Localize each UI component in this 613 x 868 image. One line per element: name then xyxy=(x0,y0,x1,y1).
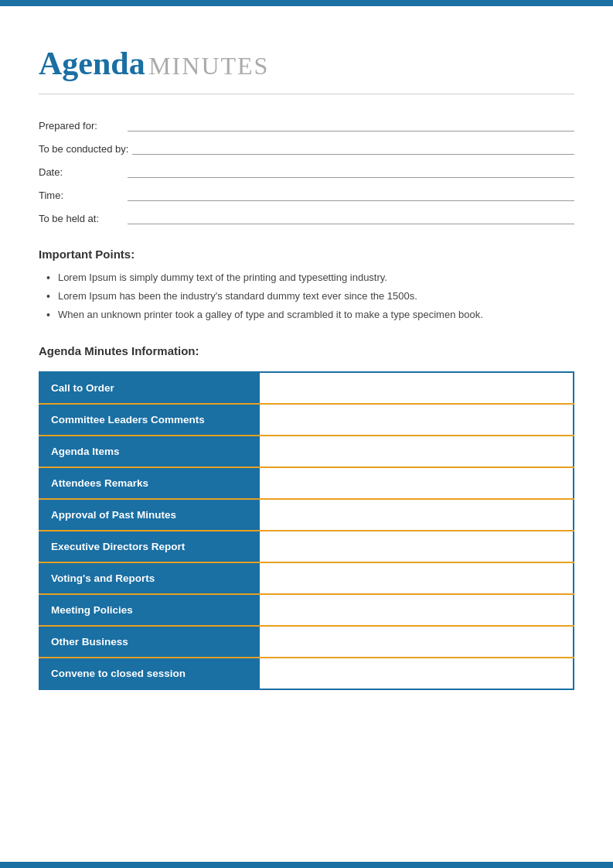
table-row: Other Business xyxy=(39,626,574,658)
agenda-row-label: Attendees Remarks xyxy=(39,467,260,499)
agenda-row-content xyxy=(260,436,574,467)
list-item: Lorem Ipsum is simply dummy text of the … xyxy=(46,272,574,284)
agenda-table: Call to OrderCommittee Leaders CommentsA… xyxy=(39,371,574,690)
table-row: Executive Directors Report xyxy=(39,531,574,562)
agenda-row-label: Approval of Past Minutes xyxy=(39,499,260,531)
list-item: When an unknown printer took a galley of… xyxy=(46,309,574,321)
agenda-row-content xyxy=(260,562,574,594)
title-agenda: Agenda xyxy=(39,46,145,81)
prepared-for-line xyxy=(128,118,574,132)
important-section: Important Points: Lorem Ipsum is simply … xyxy=(39,248,574,321)
agenda-row-content xyxy=(260,531,574,562)
agenda-row-label: Committee Leaders Comments xyxy=(39,404,260,436)
agenda-row-content xyxy=(260,499,574,531)
form-row-conducted: To be conducted by: xyxy=(39,141,574,155)
agenda-row-label: Convene to closed session xyxy=(39,658,260,689)
list-item: Lorem Ipsum has been the industry's stan… xyxy=(46,290,574,302)
table-row: Committee Leaders Comments xyxy=(39,404,574,436)
agenda-row-content xyxy=(260,594,574,626)
agenda-row-content xyxy=(260,626,574,658)
held-at-line xyxy=(128,210,574,224)
title-minutes: MINUTES xyxy=(148,52,269,80)
date-line xyxy=(128,164,574,178)
form-section: Prepared for: To be conducted by: Date: … xyxy=(39,118,574,224)
important-heading: Important Points: xyxy=(39,248,574,261)
top-bar xyxy=(0,0,613,6)
agenda-row-content xyxy=(260,372,574,404)
agenda-row-label: Executive Directors Report xyxy=(39,531,260,562)
form-row-time: Time: xyxy=(39,187,574,201)
table-row: Call to Order xyxy=(39,372,574,404)
agenda-row-content xyxy=(260,404,574,436)
form-row-prepared: Prepared for: xyxy=(39,118,574,132)
form-row-date: Date: xyxy=(39,164,574,178)
bullet-list: Lorem Ipsum is simply dummy text of the … xyxy=(39,272,574,321)
date-label: Date: xyxy=(39,166,124,178)
table-row: Approval of Past Minutes xyxy=(39,499,574,531)
agenda-row-label: Agenda Items xyxy=(39,436,260,467)
bottom-bar xyxy=(0,862,613,868)
table-row: Meeting Policies xyxy=(39,594,574,626)
agenda-row-label: Meeting Policies xyxy=(39,594,260,626)
agenda-row-content xyxy=(260,467,574,499)
time-label: Time: xyxy=(39,190,124,201)
table-row: Convene to closed session xyxy=(39,658,574,689)
conducted-by-line xyxy=(132,141,574,155)
table-row: Voting's and Reports xyxy=(39,562,574,594)
agenda-row-label: Call to Order xyxy=(39,372,260,404)
table-row: Agenda Items xyxy=(39,436,574,467)
time-line xyxy=(128,187,574,201)
agenda-info-heading: Agenda Minutes Information: xyxy=(39,344,574,357)
agenda-row-label: Other Business xyxy=(39,626,260,658)
held-at-label: To be held at: xyxy=(39,213,124,224)
prepared-for-label: Prepared for: xyxy=(39,120,124,132)
form-row-held-at: To be held at: xyxy=(39,210,574,224)
title-section: Agenda MINUTES xyxy=(39,45,574,94)
agenda-info-section: Agenda Minutes Information: Call to Orde… xyxy=(39,344,574,690)
conducted-by-label: To be conducted by: xyxy=(39,143,128,155)
agenda-row-label: Voting's and Reports xyxy=(39,562,260,594)
agenda-row-content xyxy=(260,658,574,689)
table-row: Attendees Remarks xyxy=(39,467,574,499)
